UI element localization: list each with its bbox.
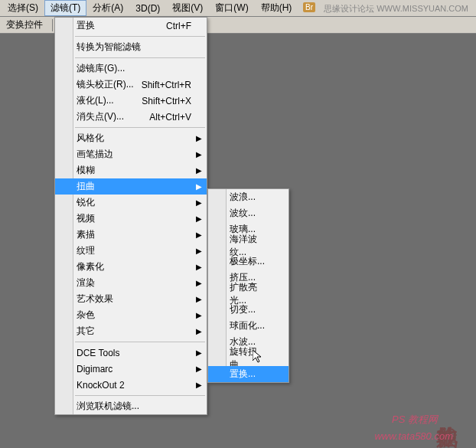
distort-submenu: 波浪... 波纹... 玻璃... 海洋波纹... 极坐标... 挤压... 扩… xyxy=(207,188,289,383)
menu-separator xyxy=(75,342,205,342)
menu-item-sketch[interactable]: 素描▶ xyxy=(55,227,207,243)
menubar: 选择(S) 滤镜(T) 分析(A) 3D(D) 视图(V) 窗口(W) 帮助(H… xyxy=(0,0,476,17)
submenu-item-wave[interactable]: 波浪... xyxy=(208,189,289,205)
chevron-right-icon: ▶ xyxy=(196,150,202,159)
submenu-item-shear[interactable]: 切变... xyxy=(208,302,289,318)
menu-item-pixelate[interactable]: 像素化▶ xyxy=(55,259,207,275)
menu-separator xyxy=(75,127,205,128)
chevron-right-icon: ▶ xyxy=(196,198,202,207)
submenu-item-ocean-ripple[interactable]: 海洋波纹... xyxy=(208,237,289,253)
menu-item-smart-filter[interactable]: 转换为智能滤镜 xyxy=(55,39,207,55)
chevron-right-icon: ▶ xyxy=(196,247,202,255)
chevron-right-icon: ▶ xyxy=(196,166,202,175)
chevron-right-icon: ▶ xyxy=(196,231,202,239)
menu-item-blur[interactable]: 模糊▶ xyxy=(55,162,207,178)
submenu-item-spherize[interactable]: 球面化... xyxy=(208,318,289,334)
footer-text-1: PS 教程网 xyxy=(392,413,438,427)
menu-item-vanishing-point[interactable]: 消失点(V)...Alt+Ctrl+V xyxy=(55,109,207,125)
submenu-item-twirl[interactable]: 旋转扭曲... xyxy=(208,350,289,366)
submenu-item-ripple[interactable]: 波纹... xyxy=(208,205,289,221)
menu-item-knockout[interactable]: KnockOut 2▶ xyxy=(55,377,207,393)
menu-item-liquify[interactable]: 液化(L)...Shift+Ctrl+X xyxy=(55,93,207,109)
menu-item-stylize[interactable]: 风格化▶ xyxy=(55,130,207,146)
chevron-right-icon: ▶ xyxy=(196,182,202,191)
menu-3d[interactable]: 3D(D) xyxy=(129,2,166,15)
menu-separator xyxy=(75,395,205,396)
menu-item-distort[interactable]: 扭曲▶ xyxy=(55,178,207,195)
menu-item-last-filter[interactable]: 置换 Ctrl+F xyxy=(55,18,207,34)
chevron-right-icon: ▶ xyxy=(196,348,202,357)
menu-item-render[interactable]: 渲染▶ xyxy=(55,275,207,291)
chevron-right-icon: ▶ xyxy=(196,327,202,335)
chevron-right-icon: ▶ xyxy=(196,295,202,303)
menu-view[interactable]: 视图(V) xyxy=(166,0,209,16)
chevron-right-icon: ▶ xyxy=(196,365,202,373)
menu-separator xyxy=(75,36,205,37)
transform-controls-label: 变换控件 xyxy=(3,18,46,31)
submenu-item-polar[interactable]: 极坐标... xyxy=(208,253,289,270)
menu-item-other[interactable]: 其它▶ xyxy=(55,323,207,339)
filter-menu-dropdown: 置换 Ctrl+F 转换为智能滤镜 滤镜库(G)... 镜头校正(R)...Sh… xyxy=(54,17,207,415)
chevron-right-icon: ▶ xyxy=(196,381,202,389)
separator xyxy=(52,19,53,31)
menu-select[interactable]: 选择(S) xyxy=(2,0,44,16)
menu-analysis[interactable]: 分析(A) xyxy=(86,0,129,16)
menu-item-noise[interactable]: 杂色▶ xyxy=(55,307,207,323)
watermark-url: 思缘设计论坛 WWW.MISSYUAN.COM xyxy=(324,3,468,15)
menu-item-digimarc[interactable]: Digimarc▶ xyxy=(55,361,207,377)
footer-text-2: www.tata580.com xyxy=(374,430,453,442)
shortcut-text: Ctrl+F xyxy=(166,21,191,31)
menu-item-lens-correction[interactable]: 镜头校正(R)...Shift+Ctrl+R xyxy=(55,77,207,93)
submenu-item-diffuse-glow[interactable]: 扩散亮光... xyxy=(208,286,289,302)
chevron-right-icon: ▶ xyxy=(196,134,202,142)
submenu-item-displace[interactable]: 置换... xyxy=(208,366,289,382)
menu-filter[interactable]: 滤镜(T) xyxy=(44,0,86,16)
menu-item-brush-strokes[interactable]: 画笔描边▶ xyxy=(55,146,207,162)
menu-item-artistic[interactable]: 艺术效果▶ xyxy=(55,291,207,307)
menu-item-filter-gallery[interactable]: 滤镜库(G)... xyxy=(55,60,207,77)
menu-item-texture[interactable]: 纹理▶ xyxy=(55,243,207,259)
chevron-right-icon: ▶ xyxy=(196,311,202,319)
chevron-right-icon: ▶ xyxy=(196,279,202,287)
chevron-right-icon: ▶ xyxy=(196,263,202,271)
menu-window[interactable]: 窗口(W) xyxy=(209,0,254,16)
menu-separator xyxy=(75,57,205,58)
menu-item-dce-tools[interactable]: DCE Tools▶ xyxy=(55,345,207,361)
menu-help[interactable]: 帮助(H) xyxy=(255,0,298,16)
chevron-right-icon: ▶ xyxy=(196,214,202,223)
bridge-badge[interactable]: Br xyxy=(303,2,315,12)
menu-item-video[interactable]: 视频▶ xyxy=(55,211,207,227)
menu-item-browse-online[interactable]: 浏览联机滤镜... xyxy=(55,398,207,414)
menu-item-sharpen[interactable]: 锐化▶ xyxy=(55,195,207,211)
